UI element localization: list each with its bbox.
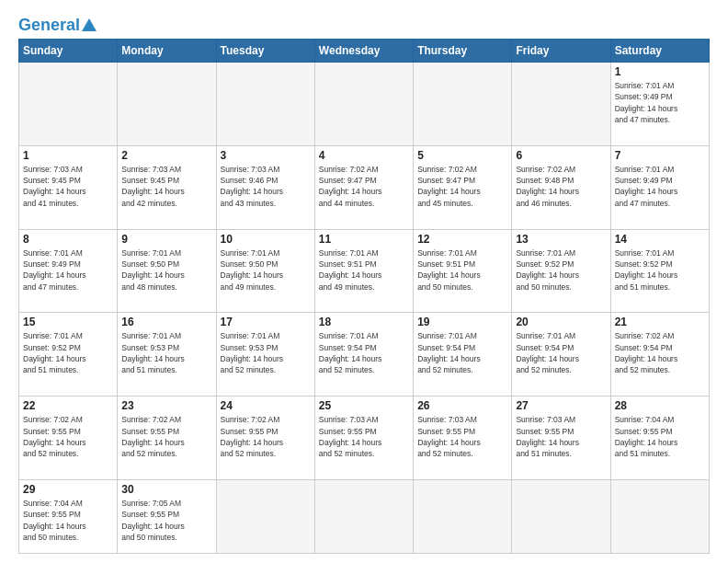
calendar-cell [314,63,413,146]
calendar-cell: 22 Sunrise: 7:02 AM Sunset: 9:55 PM Dayl… [19,396,118,480]
day-info: Sunrise: 7:01 AM Sunset: 9:54 PM Dayligh… [319,330,409,375]
day-info: Sunrise: 7:01 AM Sunset: 9:49 PM Dayligh… [23,247,113,293]
calendar-cell: 21 Sunrise: 7:02 AM Sunset: 9:54 PM Dayl… [610,313,709,396]
day-number: 26 [417,399,507,412]
day-header-tuesday: Tuesday [216,40,314,63]
calendar-row-3: 15 Sunrise: 7:01 AM Sunset: 9:52 PM Dayl… [19,313,710,396]
day-number: 12 [417,233,507,246]
day-number: 23 [121,399,211,412]
day-info: Sunrise: 7:01 AM Sunset: 9:50 PM Dayligh… [221,247,311,293]
day-info: Sunrise: 7:02 AM Sunset: 9:55 PM Dayligh… [121,414,211,459]
day-header-friday: Friday [512,40,610,63]
day-number: 1 [23,149,113,162]
day-number: 3 [221,149,311,162]
calendar-cell [314,479,413,553]
day-info: Sunrise: 7:04 AM Sunset: 9:55 PM Dayligh… [23,498,113,543]
day-number: 9 [121,233,211,246]
calendar-cell [216,479,314,553]
calendar-row-1: 1 Sunrise: 7:03 AM Sunset: 9:45 PM Dayli… [19,145,710,229]
day-info: Sunrise: 7:04 AM Sunset: 9:55 PM Dayligh… [615,414,705,459]
logo-triangle-icon [82,18,97,31]
day-info: Sunrise: 7:03 AM Sunset: 9:45 PM Dayligh… [121,164,211,209]
calendar-header-row: SundayMondayTuesdayWednesdayThursdayFrid… [19,40,710,63]
day-info: Sunrise: 7:02 AM Sunset: 9:55 PM Dayligh… [23,414,113,459]
calendar-cell: 28 Sunrise: 7:04 AM Sunset: 9:55 PM Dayl… [610,396,709,480]
calendar-cell [414,63,512,146]
day-info: Sunrise: 7:03 AM Sunset: 9:46 PM Dayligh… [221,164,311,209]
calendar-cell: 2 Sunrise: 7:03 AM Sunset: 9:45 PM Dayli… [118,145,216,229]
calendar-cell: 24 Sunrise: 7:02 AM Sunset: 9:55 PM Dayl… [216,396,314,480]
day-info: Sunrise: 7:03 AM Sunset: 9:55 PM Dayligh… [516,414,606,459]
day-header-monday: Monday [118,40,216,63]
calendar-cell: 15 Sunrise: 7:01 AM Sunset: 9:52 PM Dayl… [19,313,118,396]
calendar-cell: 18 Sunrise: 7:01 AM Sunset: 9:54 PM Dayl… [314,313,413,396]
calendar-cell: 9 Sunrise: 7:01 AM Sunset: 9:50 PM Dayli… [118,229,216,313]
calendar-cell [118,63,216,146]
day-info: Sunrise: 7:01 AM Sunset: 9:51 PM Dayligh… [319,247,409,293]
day-info: Sunrise: 7:02 AM Sunset: 9:54 PM Dayligh… [615,330,705,375]
day-number: 22 [23,399,113,412]
day-number: 16 [121,316,211,328]
calendar-cell: 29 Sunrise: 7:04 AM Sunset: 9:55 PM Dayl… [19,479,118,553]
day-number: 28 [615,399,705,412]
calendar-cell [512,479,610,553]
calendar-cell: 27 Sunrise: 7:03 AM Sunset: 9:55 PM Dayl… [512,396,610,480]
calendar-row-0: 1 Sunrise: 7:01 AM Sunset: 9:49 PM Dayli… [19,63,710,146]
day-number: 14 [615,233,705,246]
day-number: 13 [516,233,606,246]
day-number: 1 [615,65,705,78]
calendar-cell: 30 Sunrise: 7:05 AM Sunset: 9:55 PM Dayl… [118,479,216,553]
calendar-cell [216,63,314,146]
calendar-cell: 23 Sunrise: 7:02 AM Sunset: 9:55 PM Dayl… [118,396,216,480]
day-number: 21 [615,316,705,328]
day-info: Sunrise: 7:01 AM Sunset: 9:54 PM Dayligh… [417,330,507,375]
calendar-cell: 10 Sunrise: 7:01 AM Sunset: 9:50 PM Dayl… [216,229,314,313]
day-info: Sunrise: 7:01 AM Sunset: 9:54 PM Dayligh… [516,330,606,375]
calendar-row-5: 29 Sunrise: 7:04 AM Sunset: 9:55 PM Dayl… [19,479,710,553]
calendar-cell: 6 Sunrise: 7:02 AM Sunset: 9:48 PM Dayli… [512,145,610,229]
day-info: Sunrise: 7:02 AM Sunset: 9:47 PM Dayligh… [319,164,409,209]
calendar-cell: 1 Sunrise: 7:03 AM Sunset: 9:45 PM Dayli… [19,145,118,229]
calendar-cell [610,479,709,553]
calendar-cell: 4 Sunrise: 7:02 AM Sunset: 9:47 PM Dayli… [314,145,413,229]
day-info: Sunrise: 7:03 AM Sunset: 9:55 PM Dayligh… [319,414,409,459]
logo-text: General [18,17,80,33]
calendar-cell: 7 Sunrise: 7:01 AM Sunset: 9:49 PM Dayli… [610,145,709,229]
logo: General [18,17,97,33]
day-number: 24 [221,399,311,412]
day-info: Sunrise: 7:02 AM Sunset: 9:47 PM Dayligh… [417,164,507,209]
calendar-row-4: 22 Sunrise: 7:02 AM Sunset: 9:55 PM Dayl… [19,396,710,480]
day-info: Sunrise: 7:01 AM Sunset: 9:52 PM Dayligh… [23,330,113,375]
calendar-cell: 1 Sunrise: 7:01 AM Sunset: 9:49 PM Dayli… [610,63,709,146]
day-header-thursday: Thursday [414,40,512,63]
calendar-cell: 19 Sunrise: 7:01 AM Sunset: 9:54 PM Dayl… [414,313,512,396]
day-info: Sunrise: 7:03 AM Sunset: 9:55 PM Dayligh… [417,414,507,459]
calendar-cell: 13 Sunrise: 7:01 AM Sunset: 9:52 PM Dayl… [512,229,610,313]
day-info: Sunrise: 7:02 AM Sunset: 9:55 PM Dayligh… [221,414,311,459]
header: General [18,17,710,33]
day-info: Sunrise: 7:01 AM Sunset: 9:49 PM Dayligh… [615,164,705,209]
day-info: Sunrise: 7:01 AM Sunset: 9:49 PM Dayligh… [615,80,705,125]
calendar-cell: 26 Sunrise: 7:03 AM Sunset: 9:55 PM Dayl… [414,396,512,480]
calendar-cell [414,479,512,553]
calendar-cell [19,63,118,146]
day-info: Sunrise: 7:01 AM Sunset: 9:51 PM Dayligh… [417,247,507,293]
day-info: Sunrise: 7:01 AM Sunset: 9:52 PM Dayligh… [516,247,606,293]
day-number: 17 [221,316,311,328]
day-number: 25 [319,399,409,412]
day-number: 4 [319,149,409,162]
day-info: Sunrise: 7:02 AM Sunset: 9:48 PM Dayligh… [516,164,606,209]
day-info: Sunrise: 7:05 AM Sunset: 9:55 PM Dayligh… [121,498,211,543]
day-header-sunday: Sunday [19,40,118,63]
day-number: 27 [516,399,606,412]
day-info: Sunrise: 7:03 AM Sunset: 9:45 PM Dayligh… [23,164,113,209]
day-number: 5 [417,149,507,162]
calendar-cell: 5 Sunrise: 7:02 AM Sunset: 9:47 PM Dayli… [414,145,512,229]
day-number: 15 [23,316,113,328]
day-number: 8 [23,233,113,246]
calendar-cell: 20 Sunrise: 7:01 AM Sunset: 9:54 PM Dayl… [512,313,610,396]
calendar-cell: 3 Sunrise: 7:03 AM Sunset: 9:46 PM Dayli… [216,145,314,229]
calendar-cell: 12 Sunrise: 7:01 AM Sunset: 9:51 PM Dayl… [414,229,512,313]
calendar-cell: 11 Sunrise: 7:01 AM Sunset: 9:51 PM Dayl… [314,229,413,313]
day-number: 10 [221,233,311,246]
